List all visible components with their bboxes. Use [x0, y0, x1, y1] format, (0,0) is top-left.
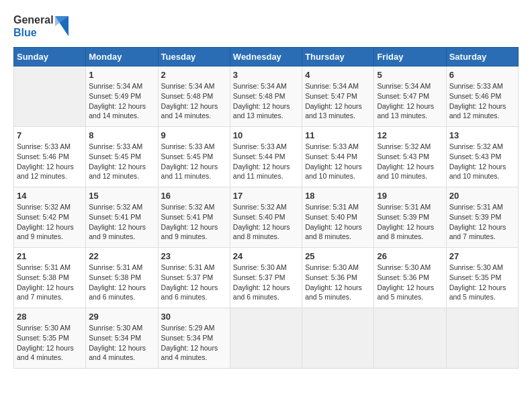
day-number: 20: [449, 191, 515, 201]
day-info: Sunrise: 5:32 AM Sunset: 5:43 PM Dayligh…: [449, 142, 515, 181]
calendar-week-3: 14Sunrise: 5:32 AM Sunset: 5:42 PM Dayli…: [14, 187, 519, 248]
logo-blue: Blue: [13, 26, 54, 39]
day-info: Sunrise: 5:33 AM Sunset: 5:46 PM Dayligh…: [17, 142, 83, 181]
day-number: 16: [161, 191, 227, 201]
calendar-cell: 19Sunrise: 5:31 AM Sunset: 5:39 PM Dayli…: [374, 187, 446, 248]
calendar-cell: 12Sunrise: 5:32 AM Sunset: 5:43 PM Dayli…: [374, 127, 446, 187]
weekday-header-wednesday: Wednesday: [230, 48, 302, 66]
weekday-header-thursday: Thursday: [302, 48, 374, 66]
calendar-cell: 10Sunrise: 5:33 AM Sunset: 5:44 PM Dayli…: [230, 127, 302, 187]
weekday-header-friday: Friday: [374, 48, 446, 66]
calendar-cell: 13Sunrise: 5:32 AM Sunset: 5:43 PM Dayli…: [446, 127, 518, 187]
calendar-cell: 1Sunrise: 5:34 AM Sunset: 5:49 PM Daylig…: [86, 66, 158, 127]
day-info: Sunrise: 5:30 AM Sunset: 5:34 PM Dayligh…: [89, 323, 154, 363]
day-number: 18: [305, 191, 371, 201]
day-number: 8: [89, 130, 154, 140]
calendar-table: SundayMondayTuesdayWednesdayThursdayFrid…: [13, 47, 519, 369]
calendar-cell: 27Sunrise: 5:30 AM Sunset: 5:35 PM Dayli…: [446, 248, 518, 308]
day-number: 21: [17, 251, 83, 261]
day-number: 12: [377, 130, 443, 140]
calendar-week-2: 7Sunrise: 5:33 AM Sunset: 5:46 PM Daylig…: [14, 127, 519, 187]
calendar-cell: [446, 308, 518, 369]
day-info: Sunrise: 5:33 AM Sunset: 5:45 PM Dayligh…: [161, 142, 227, 181]
calendar-cell: 30Sunrise: 5:29 AM Sunset: 5:34 PM Dayli…: [158, 308, 230, 369]
calendar-cell: 2Sunrise: 5:34 AM Sunset: 5:48 PM Daylig…: [158, 66, 230, 127]
day-info: Sunrise: 5:31 AM Sunset: 5:39 PM Dayligh…: [449, 202, 515, 242]
calendar-cell: 6Sunrise: 5:33 AM Sunset: 5:46 PM Daylig…: [446, 66, 518, 127]
day-number: 10: [233, 130, 299, 140]
day-number: 14: [17, 191, 83, 201]
day-info: Sunrise: 5:31 AM Sunset: 5:37 PM Dayligh…: [161, 263, 227, 302]
day-number: 23: [161, 251, 227, 261]
calendar-cell: 9Sunrise: 5:33 AM Sunset: 5:45 PM Daylig…: [158, 127, 230, 187]
calendar-cell: 5Sunrise: 5:34 AM Sunset: 5:47 PM Daylig…: [374, 66, 446, 127]
calendar-cell: 18Sunrise: 5:31 AM Sunset: 5:40 PM Dayli…: [302, 187, 374, 248]
day-number: 9: [161, 130, 227, 140]
calendar-cell: 17Sunrise: 5:32 AM Sunset: 5:40 PM Dayli…: [230, 187, 302, 248]
calendar-cell: 3Sunrise: 5:34 AM Sunset: 5:48 PM Daylig…: [230, 66, 302, 127]
day-info: Sunrise: 5:32 AM Sunset: 5:41 PM Dayligh…: [89, 202, 154, 242]
day-number: 3: [233, 70, 299, 80]
day-info: Sunrise: 5:33 AM Sunset: 5:44 PM Dayligh…: [305, 142, 371, 181]
day-number: 11: [305, 130, 371, 140]
day-info: Sunrise: 5:30 AM Sunset: 5:35 PM Dayligh…: [17, 323, 83, 363]
day-info: Sunrise: 5:34 AM Sunset: 5:49 PM Dayligh…: [89, 81, 154, 121]
calendar-week-4: 21Sunrise: 5:31 AM Sunset: 5:38 PM Dayli…: [14, 248, 519, 308]
day-info: Sunrise: 5:32 AM Sunset: 5:41 PM Dayligh…: [161, 202, 227, 242]
day-info: Sunrise: 5:29 AM Sunset: 5:34 PM Dayligh…: [161, 323, 227, 363]
day-info: Sunrise: 5:30 AM Sunset: 5:36 PM Dayligh…: [305, 263, 371, 302]
logo-triangle-icon: [55, 16, 69, 36]
day-info: Sunrise: 5:30 AM Sunset: 5:37 PM Dayligh…: [233, 263, 299, 302]
day-info: Sunrise: 5:33 AM Sunset: 5:45 PM Dayligh…: [89, 142, 154, 181]
calendar-cell: [230, 308, 302, 369]
day-number: 17: [233, 191, 299, 201]
day-info: Sunrise: 5:34 AM Sunset: 5:48 PM Dayligh…: [233, 81, 299, 121]
weekday-header-saturday: Saturday: [446, 48, 518, 66]
day-info: Sunrise: 5:31 AM Sunset: 5:38 PM Dayligh…: [17, 263, 83, 302]
day-info: Sunrise: 5:34 AM Sunset: 5:47 PM Dayligh…: [377, 81, 443, 121]
logo: GeneralBlue: [13, 13, 69, 39]
calendar-cell: 20Sunrise: 5:31 AM Sunset: 5:39 PM Dayli…: [446, 187, 518, 248]
calendar-cell: 28Sunrise: 5:30 AM Sunset: 5:35 PM Dayli…: [14, 308, 86, 369]
day-number: 4: [305, 70, 371, 80]
day-info: Sunrise: 5:31 AM Sunset: 5:38 PM Dayligh…: [89, 263, 154, 302]
calendar-cell: 8Sunrise: 5:33 AM Sunset: 5:45 PM Daylig…: [86, 127, 158, 187]
weekday-header-sunday: Sunday: [14, 48, 86, 66]
day-info: Sunrise: 5:33 AM Sunset: 5:46 PM Dayligh…: [449, 81, 515, 121]
calendar-cell: 4Sunrise: 5:34 AM Sunset: 5:47 PM Daylig…: [302, 66, 374, 127]
day-number: 15: [89, 191, 154, 201]
calendar-cell: 16Sunrise: 5:32 AM Sunset: 5:41 PM Dayli…: [158, 187, 230, 248]
calendar-cell: 23Sunrise: 5:31 AM Sunset: 5:37 PM Dayli…: [158, 248, 230, 308]
day-number: 7: [17, 130, 83, 140]
calendar-cell: 22Sunrise: 5:31 AM Sunset: 5:38 PM Dayli…: [86, 248, 158, 308]
calendar-cell: 24Sunrise: 5:30 AM Sunset: 5:37 PM Dayli…: [230, 248, 302, 308]
logo-general: General: [13, 13, 54, 26]
day-number: 22: [89, 251, 154, 261]
day-info: Sunrise: 5:32 AM Sunset: 5:43 PM Dayligh…: [377, 142, 443, 181]
day-number: 5: [377, 70, 443, 80]
day-info: Sunrise: 5:32 AM Sunset: 5:40 PM Dayligh…: [233, 202, 299, 242]
calendar-header-row: SundayMondayTuesdayWednesdayThursdayFrid…: [14, 48, 519, 66]
calendar-cell: [302, 308, 374, 369]
day-number: 2: [161, 70, 227, 80]
calendar-cell: 15Sunrise: 5:32 AM Sunset: 5:41 PM Dayli…: [86, 187, 158, 248]
day-info: Sunrise: 5:33 AM Sunset: 5:44 PM Dayligh…: [233, 142, 299, 181]
day-info: Sunrise: 5:30 AM Sunset: 5:35 PM Dayligh…: [449, 263, 515, 302]
calendar-cell: 7Sunrise: 5:33 AM Sunset: 5:46 PM Daylig…: [14, 127, 86, 187]
day-number: 25: [305, 251, 371, 261]
calendar-cell: [374, 308, 446, 369]
day-info: Sunrise: 5:34 AM Sunset: 5:47 PM Dayligh…: [305, 81, 371, 121]
calendar-cell: 29Sunrise: 5:30 AM Sunset: 5:34 PM Dayli…: [86, 308, 158, 369]
day-number: 19: [377, 191, 443, 201]
calendar-week-5: 28Sunrise: 5:30 AM Sunset: 5:35 PM Dayli…: [14, 308, 519, 369]
calendar-cell: 14Sunrise: 5:32 AM Sunset: 5:42 PM Dayli…: [14, 187, 86, 248]
day-number: 13: [449, 130, 515, 140]
day-number: 28: [17, 312, 83, 322]
day-info: Sunrise: 5:32 AM Sunset: 5:42 PM Dayligh…: [17, 202, 83, 242]
day-number: 1: [89, 70, 154, 80]
day-number: 27: [449, 251, 515, 261]
day-info: Sunrise: 5:30 AM Sunset: 5:36 PM Dayligh…: [377, 263, 443, 302]
calendar-cell: 26Sunrise: 5:30 AM Sunset: 5:36 PM Dayli…: [374, 248, 446, 308]
day-number: 30: [161, 312, 227, 322]
day-info: Sunrise: 5:34 AM Sunset: 5:48 PM Dayligh…: [161, 81, 227, 121]
